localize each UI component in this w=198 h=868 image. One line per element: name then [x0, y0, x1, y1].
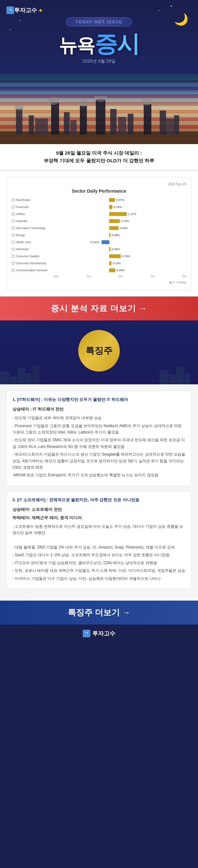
footer-logo-text: 투자고수	[92, 630, 115, 637]
svg-rect-18	[70, 120, 77, 134]
star-deco-2: ✦	[19, 19, 21, 22]
x-label: 2%	[182, 275, 186, 278]
chart-label: Communication Services	[12, 269, 53, 272]
label-text: Financials	[15, 206, 29, 209]
bar-positive	[109, 219, 120, 223]
news-image	[0, 74, 198, 144]
star-icon: ★	[38, 7, 43, 13]
chart-label: Consumer Staples	[12, 255, 53, 258]
chart-label: Utilities	[12, 212, 53, 216]
content-theme-1: 상승테마 : IT 하드웨어 전반	[12, 406, 186, 412]
cta2-button[interactable]: 특징주 더보기 →	[6, 607, 192, 618]
bar-area: 0.08%	[53, 247, 186, 252]
chart-label: Real Estate	[12, 198, 53, 202]
svg-rect-28	[176, 367, 184, 384]
logo-area: ㄱ 투자고수 ★	[6, 6, 192, 14]
chart-label: Financials	[12, 206, 53, 209]
chart-container: 2020 Sep 24 Sector Daily Performance Rea…	[6, 177, 192, 290]
chart-label: Energy	[12, 234, 53, 237]
headline-line1: 9월 28일 월요일 미국 주식 시장 데일리 :	[56, 150, 142, 156]
content-body-2: - 소프트웨어 업종 전체적으로 지난주 금요일에 이어 오늘도 주가 상승. …	[12, 523, 186, 582]
cta1-section[interactable]: 증시 분석 자료 더보기 →	[0, 297, 198, 320]
news-text-box: 9월 28일 월요일 미국 주식 시장 데일리 : 부양책 기대에 모두 올랐지…	[0, 144, 198, 170]
logo-text: 투자고수	[14, 6, 37, 14]
bar-negative	[102, 240, 109, 244]
label-text: Energy	[15, 234, 25, 237]
label-text: Consumer Staples	[15, 255, 39, 258]
check-box	[12, 241, 14, 243]
bar-value: 0.40%	[117, 269, 125, 272]
text-para: - 반도체 기업들은 세부 섹터에 관계없이 대부분 상승	[12, 415, 186, 421]
check-box	[12, 248, 14, 250]
content-body-1: - 반도체 기업들은 세부 섹터에 관계없이 대부분 상승 - Processo…	[12, 415, 186, 478]
chart-label: Health Care	[12, 241, 53, 244]
bar-area: 0.40%	[53, 268, 186, 273]
main-title-area: 뉴욕증시	[6, 32, 192, 55]
bar-value: 0.37%	[116, 198, 125, 202]
chart-row-real-estate: Real Estate 0.37%	[12, 197, 186, 203]
cta2-section[interactable]: 특징주 더보기 →	[0, 600, 198, 625]
svg-point-13	[48, 97, 59, 105]
logo-icon: ㄱ	[6, 6, 14, 14]
bar-value: 0.13%	[113, 261, 121, 265]
bar-area: 1.17%	[53, 212, 186, 217]
bar-positive	[109, 254, 121, 258]
text-para: - 이커머스 기업들은 다수 기업이 상승. 다만, 상승폭은 사업분야따라 개…	[12, 576, 186, 582]
chart-label: Materials	[12, 219, 53, 223]
content-block-1-title: 1. [IT하드웨어] : 이유는 다양했지만 모두가 올랐던 IT 하드웨어	[12, 397, 186, 403]
check-box	[12, 213, 14, 215]
label-text: Materials	[15, 219, 28, 223]
header-section: ㄱ 투자고수 ★ 🌙 ✦ ✦ ✦ ✦ TODAY HOT ISSUE 뉴욕증시 …	[0, 0, 198, 74]
text-para: -MRAM 제조 기업인 Everspin의 주가가 크게 상승했는데 특별한 …	[12, 472, 186, 478]
check-box	[12, 220, 14, 222]
check-box	[12, 234, 14, 237]
bar-value: 0.08%	[112, 248, 120, 251]
bar-value: 1.17%	[128, 212, 136, 216]
zero-line	[109, 240, 109, 245]
moon-icon: 🌙	[174, 13, 189, 26]
chart-row-it: Information Technology 0.62%	[12, 225, 186, 231]
news-section: 9월 28일 월요일 미국 주식 시장 데일리 : 부양책 기대에 모두 올랐지…	[0, 74, 198, 170]
hot-issue-label: TODAY HOT ISSUE	[76, 20, 123, 24]
hot-issue-banner: TODAY HOT ISSUE	[66, 17, 133, 27]
chart-row-comm-services: Communication Services 0.40%	[12, 268, 186, 273]
content-theme-2-drop: 하락테마: 재택근무 테마, 중국 미디어	[12, 515, 186, 521]
svg-rect-9	[144, 104, 152, 134]
svg-rect-1	[16, 109, 22, 134]
bar-value: -0.52%	[90, 241, 99, 244]
news-headline: 9월 28일 월요일 미국 주식 시장 데일리 : 부양책 기대에 모두 올랐지…	[6, 149, 192, 164]
svg-rect-17	[35, 119, 48, 134]
factory-bg	[0, 74, 198, 144]
chart-row-consumer-disc: Consumer Discretionary 0.13%	[12, 261, 186, 266]
special-section: 특징주	[0, 320, 198, 384]
svg-point-14	[78, 100, 89, 107]
special-badge-text: 특징주	[86, 345, 112, 357]
check-box	[12, 255, 14, 257]
text-para: - 대형 플랫폼, SNS 기업들 1% 내외 주가 상승. 단, Amazon…	[12, 544, 186, 551]
svg-rect-20	[166, 119, 176, 134]
check-box	[12, 199, 14, 201]
star-deco-3: ✦	[9, 29, 11, 31]
svg-rect-24	[26, 373, 32, 384]
bar-value: 0.62%	[120, 226, 128, 230]
bar-value: 0.19%	[114, 206, 122, 209]
content-block-2: 2. [IT 소프트웨어] : 전체적으로 올랐지만, 아주 강했던 것은 아니…	[6, 491, 192, 589]
svg-rect-21	[0, 372, 9, 384]
bar-area: 0.19%	[53, 205, 186, 210]
cta1-button[interactable]: 증시 분석 자료 더보기 →	[6, 303, 192, 314]
label-text: Consumer Discretionary	[15, 261, 46, 265]
svg-rect-5	[80, 106, 87, 134]
content-section: 1. [IT하드웨어] : 이유는 다양했지만 모두가 올랐던 IT 하드웨어 …	[0, 384, 198, 600]
svg-rect-27	[169, 375, 176, 384]
svg-point-12	[14, 104, 24, 111]
chart-row-industrials: Industrials 0.08%	[12, 247, 186, 252]
svg-rect-3	[51, 102, 59, 134]
svg-rect-19	[118, 117, 126, 134]
bar-positive	[109, 198, 115, 202]
chart-row-materials: Materials 0.70%	[12, 219, 186, 224]
factory-silhouette	[0, 96, 198, 144]
bar-area: 0.76%	[53, 254, 186, 259]
chart-x-axis: -2% -1% 0% 1% 2%	[12, 275, 186, 278]
star-deco-1: ✦	[170, 5, 172, 8]
label-text: Communication Services	[15, 269, 47, 272]
